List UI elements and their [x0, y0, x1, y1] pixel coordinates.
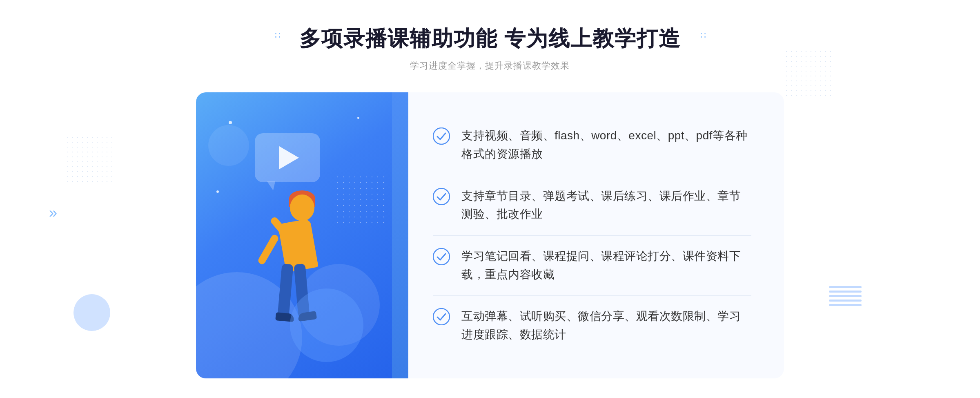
- divider-2: [433, 235, 751, 236]
- feature-item-4: 互动弹幕、试听购买、微信分享、观看次数限制、学习进度跟踪、数据统计: [433, 299, 751, 352]
- sparkle-2: [357, 117, 359, 119]
- svg-point-3: [433, 309, 450, 325]
- header-dots-right: ∷: [700, 30, 705, 41]
- stripe-deco: [829, 286, 862, 327]
- blue-accent-bar: [392, 92, 408, 378]
- stripe-line-4: [829, 300, 862, 302]
- dot-pattern-left: [65, 135, 114, 184]
- sparkle-1: [229, 121, 232, 124]
- stripe-line-5: [829, 304, 862, 306]
- divider-1: [433, 175, 751, 175]
- feature-text-4: 互动弹幕、试听购买、微信分享、观看次数限制、学习进度跟踪、数据统计: [461, 307, 751, 344]
- feature-text-3: 学习笔记回看、课程提问、课程评论打分、课件资料下载，重点内容收藏: [461, 247, 751, 284]
- fig-leg-left: [277, 264, 293, 318]
- dot-pattern-right: [784, 49, 833, 98]
- feature-item-3: 学习笔记回看、课程提问、课程评论打分、课件资料下载，重点内容收藏: [433, 239, 751, 292]
- svg-point-2: [433, 248, 450, 265]
- play-triangle-icon: [279, 146, 299, 169]
- main-title: 多项录播课辅助功能 专为线上教学打造: [299, 25, 681, 53]
- page-wrapper: » ∷ 多项录播课辅助功能 专为线上教学打造 ∷ 学习进度全掌握，提升录播课教学…: [0, 0, 980, 398]
- play-bubble: [255, 133, 320, 182]
- fig-head: [290, 195, 314, 221]
- check-icon-2: [433, 188, 450, 205]
- illustration-panel: [196, 92, 392, 378]
- fig-arm-left: [257, 234, 280, 266]
- header-section: ∷ 多项录播课辅助功能 专为线上教学打造 ∷ 学习进度全掌握，提升录播课教学效果: [299, 25, 681, 72]
- svg-point-1: [433, 188, 450, 205]
- features-panel: 支持视频、音频、flash、word、excel、ppt、pdf等各种格式的资源…: [392, 92, 784, 378]
- check-icon-4: [433, 308, 450, 325]
- check-icon-1: [433, 127, 450, 145]
- blue-circle-small-left: [74, 294, 110, 331]
- check-icon-3: [433, 248, 450, 265]
- blue-circle-deco: [290, 288, 363, 362]
- figure-illustration: [237, 182, 351, 378]
- feature-text-1: 支持视频、音频、flash、word、excel、ppt、pdf等各种格式的资源…: [461, 127, 751, 163]
- svg-point-0: [433, 128, 450, 144]
- stripe-line-3: [829, 295, 862, 297]
- feature-item-2: 支持章节目录、弹题考试、课后练习、课后作业、章节测验、批改作业: [433, 179, 751, 232]
- stripe-line-2: [829, 291, 862, 293]
- sparkle-3: [216, 190, 219, 193]
- illus-circle-small: [208, 125, 249, 166]
- feature-item-1: 支持视频、音频、flash、word、excel、ppt、pdf等各种格式的资源…: [433, 119, 751, 172]
- chevron-left-icon: »: [49, 204, 57, 221]
- feature-text-2: 支持章节目录、弹题考试、课后练习、课后作业、章节测验、批改作业: [461, 187, 751, 224]
- subtitle: 学习进度全掌握，提升录播课教学效果: [299, 60, 681, 72]
- stripe-line-1: [829, 286, 862, 288]
- header-dots-left: ∷: [275, 30, 280, 41]
- divider-3: [433, 295, 751, 296]
- content-area: 支持视频、音频、flash、word、excel、ppt、pdf等各种格式的资源…: [196, 92, 784, 378]
